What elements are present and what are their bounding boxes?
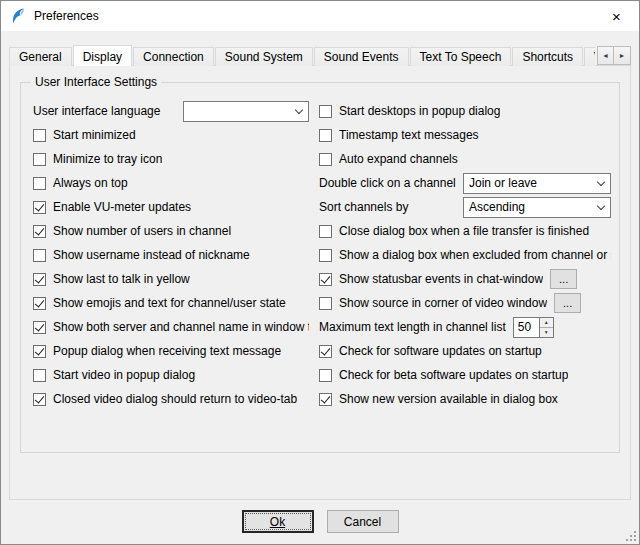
tab-scroll-right-button[interactable]: ►	[614, 46, 631, 65]
close-icon: ×	[612, 8, 621, 25]
checkbox-row: Start video in popup dialog	[33, 363, 309, 387]
tab-label: Shortcuts	[522, 50, 573, 64]
checkbox-label[interactable]: Closed video dialog should return to vid…	[53, 392, 297, 406]
tab-label: General	[19, 50, 62, 64]
sort-channels-row: Sort channels by Ascending	[319, 195, 611, 219]
double-click-select[interactable]: Join or leave	[463, 173, 611, 194]
sort-channels-select[interactable]: Ascending	[463, 197, 611, 218]
checkbox[interactable]	[319, 273, 332, 286]
checkbox[interactable]	[33, 345, 46, 358]
checkbox[interactable]	[33, 129, 46, 142]
double-click-value: Join or leave	[469, 176, 593, 190]
sort-channels-value: Ascending	[469, 200, 593, 214]
close-button[interactable]: ×	[594, 1, 639, 31]
checkbox-label[interactable]: Show both server and channel name in win…	[53, 320, 309, 334]
checkbox[interactable]	[33, 249, 46, 262]
checkbox-row: Auto expand channels	[319, 147, 611, 171]
checkbox-label[interactable]: Enable VU-meter updates	[53, 200, 191, 214]
checkbox-label[interactable]: Minimize to tray icon	[53, 152, 162, 166]
checkbox[interactable]	[319, 249, 332, 262]
chevron-down-icon	[593, 182, 608, 185]
tab-scroll-buttons: ◄ ►	[597, 46, 631, 65]
tab[interactable]: General	[9, 47, 72, 66]
ellipsis-button[interactable]: ...	[550, 269, 577, 289]
checkbox[interactable]	[319, 297, 332, 310]
checkbox[interactable]	[319, 393, 332, 406]
checkbox-label[interactable]: Close dialog box when a file transfer is…	[339, 224, 589, 238]
user-interface-settings-group: User Interface Settings User interface l…	[20, 82, 620, 453]
checkbox-label[interactable]: Show number of users in channel	[53, 224, 231, 238]
tab-label: Video	[594, 50, 595, 64]
checkbox[interactable]	[319, 345, 332, 358]
tab-scroll-left-button[interactable]: ◄	[597, 46, 614, 65]
spin-up-button[interactable]: ▲	[540, 318, 553, 328]
checkbox[interactable]	[33, 201, 46, 214]
checkbox[interactable]	[319, 129, 332, 142]
checkbox[interactable]	[33, 369, 46, 382]
checkbox[interactable]	[319, 369, 332, 382]
tab[interactable]: Sound System	[215, 47, 313, 66]
checkbox-label[interactable]: Show statusbar events in chat-window	[339, 272, 543, 286]
ok-button[interactable]: Ok	[242, 510, 314, 533]
checkbox-label[interactable]: Start video in popup dialog	[53, 368, 195, 382]
scroll-left-icon: ◄	[602, 52, 609, 59]
checkbox-label[interactable]: Show source in corner of video window	[339, 296, 547, 310]
spin-down-icon: ▼	[544, 329, 549, 335]
checkbox[interactable]	[319, 153, 332, 166]
checkbox-label[interactable]: Popup dialog when receiving text message	[53, 344, 281, 358]
window-title: Preferences	[34, 9, 99, 23]
ellipsis-button[interactable]: ...	[554, 293, 581, 313]
tab[interactable]: Text To Speech	[410, 47, 512, 66]
scroll-right-icon: ►	[619, 52, 626, 59]
checkbox[interactable]	[33, 153, 46, 166]
checkbox-label[interactable]: Start minimized	[53, 128, 136, 142]
checkbox-row: Popup dialog when receiving text message	[33, 339, 309, 363]
checkbox-label[interactable]: Show username instead of nickname	[53, 248, 250, 262]
checkbox-row: Show both server and channel name in win…	[33, 315, 309, 339]
resize-grip[interactable]	[624, 529, 637, 542]
checkbox-label[interactable]: Show emojis and text for channel/user st…	[53, 296, 286, 310]
double-click-label: Double click on a channel	[319, 176, 456, 190]
checkbox[interactable]	[33, 321, 46, 334]
checkbox-row: Show statusbar events in chat-window ...	[319, 267, 611, 291]
tab[interactable]: Shortcuts	[512, 47, 583, 66]
chevron-down-icon	[291, 110, 306, 113]
checkbox-row: Enable VU-meter updates	[33, 195, 309, 219]
cancel-button[interactable]: Cancel	[327, 510, 399, 533]
preferences-dialog: Preferences × General Display Connection…	[0, 0, 640, 545]
tab-label: Connection	[143, 50, 204, 64]
checkbox[interactable]	[33, 177, 46, 190]
checkbox-label[interactable]: Show new version available in dialog box	[339, 392, 558, 406]
double-click-row: Double click on a channel Join or leave	[319, 171, 611, 195]
checkbox-label[interactable]: Show last to talk in yellow	[53, 272, 190, 286]
checkbox-label[interactable]: Check for beta software updates on start…	[339, 368, 568, 382]
titlebar: Preferences ×	[1, 1, 639, 31]
checkbox-row: Show a dialog box when excluded from cha…	[319, 243, 611, 267]
max-text-length-row: Maximum text length in channel list 50 ▲…	[319, 315, 611, 339]
tab[interactable]: Sound Events	[314, 47, 409, 66]
checkbox-row: Show emojis and text for channel/user st…	[33, 291, 309, 315]
checkbox[interactable]	[33, 297, 46, 310]
max-text-length-value[interactable]: 50	[513, 317, 539, 338]
checkbox-row: Show source in corner of video window ..…	[319, 291, 611, 315]
tab[interactable]: Video	[584, 47, 595, 66]
language-select[interactable]	[183, 101, 309, 122]
checkbox-row: Closed video dialog should return to vid…	[33, 387, 309, 411]
checkbox-label[interactable]: Always on top	[53, 176, 128, 190]
tab-label: Text To Speech	[420, 50, 502, 64]
tab[interactable]: Connection	[133, 47, 214, 66]
spin-down-button[interactable]: ▼	[540, 328, 553, 337]
language-label: User interface language	[33, 104, 160, 118]
tab[interactable]: Display	[73, 45, 132, 66]
checkbox-label[interactable]: Show a dialog box when excluded from cha…	[339, 248, 611, 262]
checkbox-label[interactable]: Auto expand channels	[339, 152, 458, 166]
checkbox[interactable]	[33, 393, 46, 406]
checkbox[interactable]	[33, 225, 46, 238]
checkbox-label[interactable]: Timestamp text messages	[339, 128, 479, 142]
checkbox-label[interactable]: Start desktops in popup dialog	[339, 104, 500, 118]
checkbox[interactable]	[319, 225, 332, 238]
right-checkbox-list-c: Check for software updates on startup Ch…	[319, 339, 611, 411]
checkbox-label[interactable]: Check for software updates on startup	[339, 344, 542, 358]
checkbox[interactable]	[33, 273, 46, 286]
checkbox[interactable]	[319, 105, 332, 118]
